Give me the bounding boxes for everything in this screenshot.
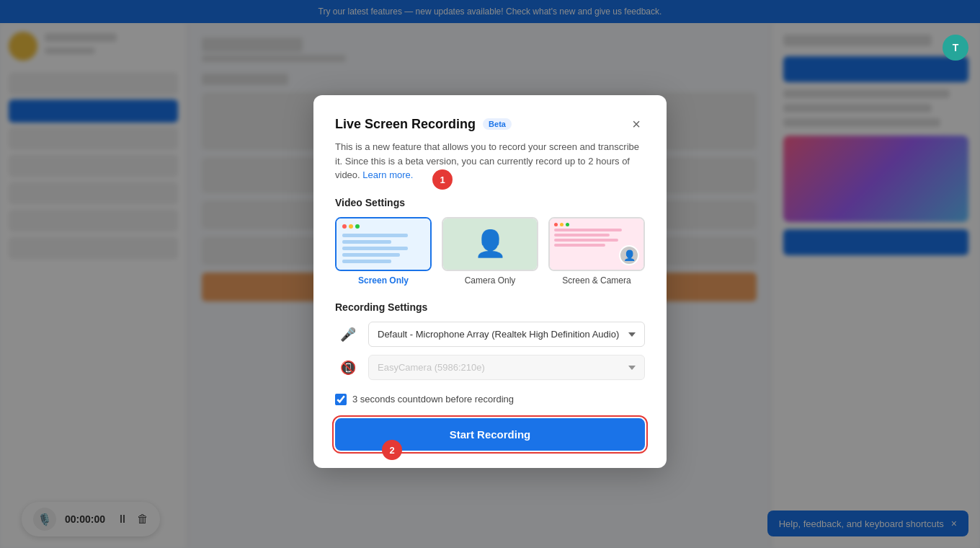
countdown-row: 3 seconds countdown before recording [335, 394, 645, 405]
modal-close-button[interactable]: × [628, 115, 645, 133]
microphone-row: 🎤 Default - Microphone Array (Realtek Hi… [335, 322, 645, 348]
recording-settings-label: Recording Settings [335, 301, 645, 313]
modal-title: Live Screen Recording [335, 117, 476, 132]
screen-camera-label: Screen & Camera [562, 275, 631, 286]
screen-only-thumbnail [335, 217, 432, 271]
screen-camera-thumbnail: 👤 [548, 217, 645, 271]
sc-lines [554, 229, 639, 247]
step-badge-2: 2 [382, 440, 402, 460]
microphone-icon: 🎤 [335, 322, 361, 348]
beta-badge: Beta [483, 118, 512, 130]
camera-select[interactable]: EasyCamera (5986:210e) [368, 355, 645, 380]
modal-header: Live Screen Recording Beta × [335, 115, 645, 133]
screen-mock-dots [342, 224, 424, 229]
microphone-select[interactable]: Default - Microphone Array (Realtek High… [368, 322, 645, 347]
screen-only-label: Screen Only [358, 275, 409, 286]
user-avatar-top-right[interactable]: T [943, 35, 968, 61]
countdown-label: 3 seconds countdown before recording [352, 394, 514, 405]
camera-only-thumbnail: 👤 [442, 217, 538, 271]
countdown-checkbox[interactable] [335, 394, 347, 405]
camera-off-icon: 📵 [335, 355, 361, 381]
camera-only-label: Camera Only [465, 275, 516, 286]
learn-more-link[interactable]: Learn more. [362, 169, 413, 180]
video-option-screen-only[interactable]: Screen Only [335, 217, 432, 286]
video-option-camera-only[interactable]: 👤 Camera Only [442, 217, 538, 286]
modal-description: This is a new feature that allows you to… [335, 140, 645, 182]
sc-dots [554, 223, 639, 226]
camera-row: 📵 EasyCamera (5986:210e) [335, 355, 645, 381]
recording-settings-group: 🎤 Default - Microphone Array (Realtek Hi… [335, 322, 645, 381]
modal-title-row: Live Screen Recording Beta [335, 117, 512, 132]
video-option-screen-camera[interactable]: 👤 Screen & Camera [548, 217, 645, 286]
start-recording-button[interactable]: Start Recording [335, 418, 645, 451]
sc-avatar-icon: 👤 [619, 245, 639, 265]
step-badge-1: 1 [432, 169, 453, 190]
live-screen-recording-modal: Live Screen Recording Beta × This is a n… [313, 95, 667, 468]
video-settings-label: Video Settings [335, 197, 645, 208]
video-options-group: Screen Only 👤 Camera Only [335, 217, 645, 286]
